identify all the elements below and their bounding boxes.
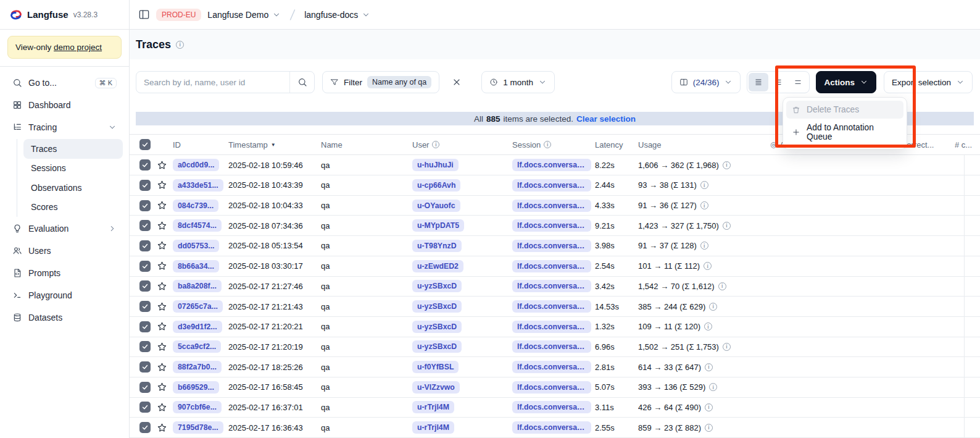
sidebar-item-tracing[interactable]: Tracing [6, 117, 123, 138]
row-checkbox[interactable] [139, 261, 151, 272]
info-icon[interactable]: i [705, 363, 713, 371]
trace-id-badge[interactable]: 084c739... [173, 200, 218, 212]
star-icon[interactable] [157, 402, 167, 413]
session-id-badge[interactable]: lf.docs.conversation... [512, 219, 591, 232]
export-selection-button[interactable]: Export selection [884, 71, 973, 93]
session-id-badge[interactable]: lf.docs.conversation... [512, 381, 591, 394]
clear-filter-button[interactable] [448, 71, 465, 93]
user-id-badge[interactable]: u-cp66Avh [412, 179, 460, 192]
session-id-badge[interactable]: lf.docs.conversation... [512, 340, 591, 353]
info-icon[interactable]: i [700, 181, 708, 189]
table-row[interactable]: 07265c7a... 2025-02-17 21:21:43 qa u-yzS… [130, 297, 980, 317]
row-checkbox[interactable] [139, 180, 151, 191]
row-checkbox[interactable] [139, 200, 151, 211]
user-id-badge[interactable]: u-yzSBxcD [412, 300, 462, 313]
col-header-usage[interactable]: Usage [638, 140, 770, 150]
row-checkbox[interactable] [139, 402, 151, 413]
sidebar-item-datasets[interactable]: Datasets [6, 307, 123, 328]
star-icon[interactable] [157, 160, 167, 171]
project-selector[interactable]: langfuse-docs [304, 10, 370, 20]
trace-id-badge[interactable]: ba8a208f... [173, 280, 222, 292]
time-range-select[interactable]: 1 month [481, 71, 555, 93]
star-icon[interactable] [157, 382, 167, 392]
row-checkbox[interactable] [139, 341, 151, 352]
row-checkbox[interactable] [139, 159, 151, 171]
table-row[interactable]: ba8a208f... 2025-02-17 21:27:46 qa u-yzS… [130, 277, 980, 297]
sidebar-item-evaluation[interactable]: Evaluation [6, 218, 123, 239]
table-row[interactable]: 8b66a34... 2025-02-18 03:30:17 qa u-zEwd… [130, 256, 980, 277]
row-checkbox[interactable] [139, 321, 151, 332]
col-header-user[interactable]: Useri [412, 140, 512, 150]
row-height-medium-button[interactable] [768, 73, 788, 91]
search-submit-button[interactable] [289, 72, 314, 93]
col-header-id[interactable]: ID [173, 140, 228, 150]
sidebar-item-traces[interactable]: Traces [23, 139, 123, 159]
session-id-badge[interactable]: lf.docs.conversation... [512, 321, 591, 333]
trace-id-badge[interactable]: a0cd0d9... [173, 159, 219, 171]
star-icon[interactable] [157, 261, 167, 271]
row-checkbox[interactable] [139, 382, 151, 393]
info-icon[interactable]: i [700, 201, 708, 209]
row-checkbox[interactable] [139, 240, 151, 251]
sidebar-item-dashboard[interactable]: Dashboard [6, 95, 123, 116]
info-icon[interactable]: i [723, 161, 731, 169]
row-checkbox[interactable] [139, 422, 151, 433]
user-id-badge[interactable]: u-f0YfBSL [412, 361, 459, 373]
row-checkbox[interactable] [139, 301, 151, 312]
table-row[interactable]: 5cca9cf2... 2025-02-17 21:20:19 qa u-yzS… [130, 337, 980, 358]
trace-id-badge[interactable]: 8dcf4574... [173, 219, 222, 232]
user-id-badge[interactable]: u-yzSBxcD [412, 280, 462, 292]
sidebar-item-scores[interactable]: Scores [23, 198, 123, 217]
table-row[interactable]: d3e9d1f2... 2025-02-17 21:20:21 qa u-yzS… [130, 317, 980, 337]
clear-selection-link[interactable]: Clear selection [576, 114, 636, 124]
trace-id-badge[interactable]: 07265c7a... [173, 300, 223, 313]
info-icon[interactable]: i [432, 141, 439, 148]
session-id-badge[interactable]: lf.docs.conversation... [512, 401, 591, 413]
info-icon[interactable]: i [723, 343, 731, 351]
menu-item-add-to-annotation-queue[interactable]: Add to Annotation Queue [786, 119, 903, 146]
table-row[interactable]: 7195d78e... 2025-02-17 16:36:43 qa u-rTr… [130, 418, 980, 438]
row-checkbox[interactable] [139, 280, 151, 292]
col-header-timestamp[interactable]: Timestamp▼ [228, 140, 321, 150]
col-header-name[interactable]: Name [321, 140, 412, 150]
table-row[interactable]: 084c739... 2025-02-18 10:04:33 qa u-OYau… [130, 196, 980, 216]
star-icon[interactable] [157, 180, 167, 190]
info-icon[interactable]: i [709, 303, 717, 311]
table-row[interactable]: a0cd0d9... 2025-02-18 10:59:46 qa u-huJh… [130, 155, 980, 175]
trace-id-badge[interactable]: a433de51... [173, 179, 223, 192]
row-checkbox[interactable] [139, 220, 151, 231]
user-id-badge[interactable]: u-zEwdED2 [412, 260, 463, 272]
org-selector[interactable]: Langfuse Demo [207, 10, 281, 20]
star-icon[interactable] [157, 362, 167, 373]
trace-id-badge[interactable]: 907cbf6e... [173, 401, 222, 413]
user-id-badge[interactable]: u-yzSBxcD [412, 321, 462, 333]
sidebar-item-observations[interactable]: Observations [23, 178, 123, 198]
col-header-latency[interactable]: Latency [595, 140, 638, 150]
session-id-badge[interactable]: lf.docs.conversation... [512, 361, 591, 373]
info-icon[interactable]: i [705, 403, 713, 411]
session-id-badge[interactable]: lf.docs.conversation... [512, 200, 591, 212]
trace-id-badge[interactable]: b669529... [173, 381, 219, 394]
star-icon[interactable] [157, 301, 167, 312]
session-id-badge[interactable]: lf.docs.conversation... [512, 159, 591, 171]
row-height-tall-button[interactable] [788, 73, 808, 91]
user-id-badge[interactable]: u-rTrjl4M [412, 421, 454, 434]
info-icon[interactable]: i [704, 262, 712, 270]
info-icon[interactable]: i [709, 383, 717, 391]
user-id-badge[interactable]: u-yzSBxcD [412, 340, 462, 353]
user-id-badge[interactable]: u-rTrjl4M [412, 401, 454, 413]
info-icon[interactable]: i [704, 322, 712, 331]
star-icon[interactable] [157, 423, 167, 433]
trace-id-badge[interactable]: dd05753... [173, 240, 219, 252]
sidebar-item-goto[interactable]: Go to... ⌘ K [6, 72, 123, 93]
info-icon[interactable]: i [723, 222, 731, 230]
row-height-compact-button[interactable] [749, 73, 768, 91]
sidebar-item-users[interactable]: Users [6, 240, 123, 261]
search-input[interactable] [136, 78, 289, 87]
star-icon[interactable] [157, 200, 167, 211]
user-id-badge[interactable]: u-huJhuJi [412, 159, 459, 171]
table-row[interactable]: 907cbf6e... 2025-02-17 16:37:01 qa u-rTr… [130, 398, 980, 418]
col-header-score-extra[interactable]: # c... [955, 140, 980, 150]
sidebar-item-prompts[interactable]: Prompts [6, 263, 123, 284]
star-icon[interactable] [157, 281, 167, 292]
